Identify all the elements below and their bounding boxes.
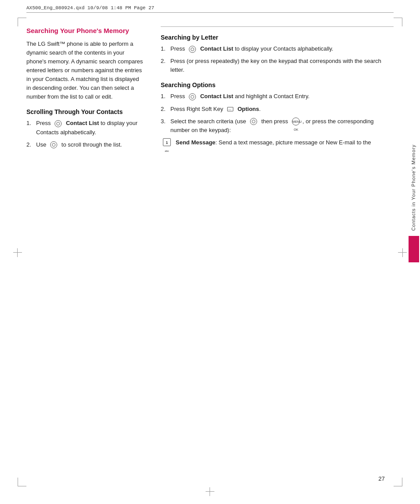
page-number: 27 — [379, 475, 385, 482]
send-message-row: 1abc Send Message: Send a text message, … — [161, 138, 394, 147]
nav-circle-inner — [56, 122, 60, 125]
list-content-options-1: Press Contact List and highlight a Conta… — [170, 92, 394, 101]
softkey-icon — [227, 107, 233, 111]
list-number-options-1: 1. — [161, 92, 170, 101]
nav-circle-inner-5 — [252, 120, 255, 123]
cross-left — [13, 252, 22, 253]
send-message-text: Send Message: Send a text message, pictu… — [176, 138, 371, 147]
send-message-bold: Send Message — [176, 139, 215, 146]
right-column: Searching by Letter 1. Press Contact Lis… — [152, 26, 394, 478]
list-content-letter-2: Press (or press repeatedly) the key on t… — [170, 57, 394, 74]
keypad-1-icon: 1abc — [163, 138, 171, 146]
nav-circle-icon-5 — [250, 118, 257, 125]
reg-mark-bl — [18, 478, 26, 486]
contact-list-bold-2: Contact List — [200, 45, 233, 52]
right-column-divider — [161, 26, 394, 27]
list-number-letter-1: 1. — [161, 44, 170, 53]
reg-mark-tl — [18, 18, 26, 26]
content-area: Searching Your Phone's Memory The LG Swi… — [26, 26, 394, 478]
send-message-icon-cell: 1abc — [161, 138, 173, 146]
scrolling-title: Scrolling Through Your Contacts — [26, 108, 143, 115]
section-title: Searching Your Phone's Memory — [26, 26, 143, 35]
list-item-options-1: 1. Press Contact List and highlight a Co… — [161, 92, 394, 101]
list-item-options-3: 3. Select the search criteria (use then … — [161, 117, 394, 135]
nav-circle-icon-4 — [189, 93, 196, 100]
list-item-letter-1: 1. Press Contact List to display your Co… — [161, 44, 394, 53]
list-item-scroll-1: 1. Press Contact List to display your Co… — [26, 119, 143, 136]
list-content-1: Press Contact List to display your Conta… — [36, 119, 143, 136]
list-item-scroll-2: 2. Use to scroll through the list. — [26, 140, 143, 149]
list-content-letter-1: Press Contact List to display your Conta… — [170, 44, 394, 53]
nav-circle-inner-4 — [191, 95, 194, 99]
list-number-options-2: 2. — [161, 105, 170, 114]
nav-circle-icon-3 — [189, 46, 196, 53]
list-number-options-3: 3. — [161, 117, 170, 126]
list-number-letter-2: 2. — [161, 57, 170, 66]
list-item-letter-2: 2. Press (or press repeatedly) the key o… — [161, 57, 394, 74]
header-text: AX500_Eng_080924.qxd 10/9/08 1:48 PM Pag… — [26, 5, 154, 11]
left-column: Searching Your Phone's Memory The LG Swi… — [26, 26, 152, 478]
searching-by-letter-title: Searching by Letter — [161, 34, 394, 41]
menu-ok-icon: MENUOK — [292, 118, 300, 125]
cross-bottom — [206, 491, 214, 492]
nav-circle-inner-3 — [191, 48, 194, 51]
list-item-options-2: 2. Press Right Soft Key Options. — [161, 105, 394, 114]
searching-options-title: Searching Options — [161, 81, 394, 88]
reg-mark-tr — [394, 18, 402, 26]
side-tab-text: Contacts in Your Phone's Memory — [409, 141, 419, 234]
nav-circle-icon-2 — [50, 141, 57, 148]
list-content-2: Use to scroll through the list. — [36, 140, 143, 149]
header-bar: AX500_Eng_080924.qxd 10/9/08 1:48 PM Pag… — [26, 5, 394, 13]
cross-right — [398, 252, 407, 253]
options-bold: Options — [237, 106, 259, 112]
side-tab-bar — [409, 236, 419, 262]
contact-list-bold-1: Contact List — [66, 120, 99, 126]
nav-circle-icon — [55, 120, 62, 127]
nav-circle-inner-2 — [52, 143, 55, 147]
page-container: AX500_Eng_080924.qxd 10/9/08 1:48 PM Pag… — [0, 0, 420, 504]
list-number-2: 2. — [26, 140, 36, 149]
contact-list-bold-3: Contact List — [200, 93, 233, 99]
intro-text: The LG Swift™ phone is able to perform a… — [26, 40, 143, 102]
list-content-options-3: Select the search criteria (use then pre… — [170, 117, 394, 135]
list-number-1: 1. — [26, 119, 36, 128]
list-content-options-2: Press Right Soft Key Options. — [170, 105, 394, 114]
side-tab: Contacts in Your Phone's Memory — [408, 141, 420, 262]
reg-mark-br — [394, 478, 402, 486]
